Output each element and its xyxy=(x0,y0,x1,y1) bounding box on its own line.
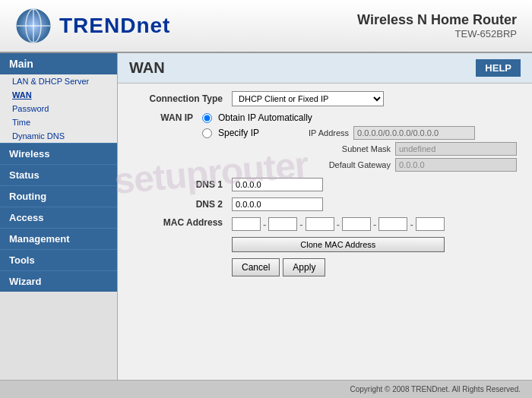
sidebar-item-wizard[interactable]: Wizard xyxy=(0,270,117,292)
mac-address-row: MAC Address - - - - - xyxy=(133,217,517,252)
mac-fields: - - - - - xyxy=(232,217,445,231)
mac-address-label: MAC Address xyxy=(133,217,232,228)
obtain-ip-radio[interactable] xyxy=(202,113,212,123)
copyright-text: Copyright © 2008 TRENDnet. All Rights Re… xyxy=(350,385,521,393)
logo-icon xyxy=(15,8,52,44)
mac-section: - - - - - Clone MAC Address xyxy=(232,217,445,252)
specify-ip-label: Specify IP xyxy=(218,128,259,138)
ip-address-field: IP Address xyxy=(280,126,475,140)
product-info: Wireless N Home Router TEW-652BRP xyxy=(357,12,517,39)
mac-sep-4: - xyxy=(373,219,376,230)
mac-part-4[interactable] xyxy=(342,217,371,231)
subnet-mask-input[interactable] xyxy=(395,142,517,156)
sidebar-item-status[interactable]: Status xyxy=(0,164,117,185)
mac-part-1[interactable] xyxy=(232,217,261,231)
product-model: TEW-652BRP xyxy=(357,28,517,39)
mac-part-2[interactable] xyxy=(268,217,297,231)
obtain-ip-label: Obtain IP Automatically xyxy=(218,112,312,123)
ip-address-label: IP Address xyxy=(280,128,349,137)
footer: Copyright © 2008 TRENDnet. All Rights Re… xyxy=(0,380,532,398)
wan-ip-section: Obtain IP Automatically Specify IP IP Ad… xyxy=(202,112,517,172)
sidebar-item-tools[interactable]: Tools xyxy=(0,249,117,270)
page-title: WAN xyxy=(129,59,165,77)
sidebar-item-routing[interactable]: Routing xyxy=(0,185,117,207)
sidebar-item-wan[interactable]: WAN xyxy=(0,88,117,102)
clone-mac-button[interactable]: Clone MAC Address xyxy=(232,237,445,252)
dns2-row: DNS 2 xyxy=(133,197,517,211)
dns1-row: DNS 1 xyxy=(133,178,517,191)
logo-area: TRENDnet xyxy=(15,8,170,44)
brand-name: TRENDnet xyxy=(59,14,170,38)
mac-sep-5: - xyxy=(410,219,413,230)
product-title: Wireless N Home Router xyxy=(357,12,517,28)
specify-ip-row: Specify IP IP Address xyxy=(202,126,517,140)
sidebar-item-password[interactable]: Password xyxy=(0,102,117,115)
dns1-label: DNS 1 xyxy=(133,179,232,190)
sidebar: Main LAN & DHCP Server WAN Password Time… xyxy=(0,53,118,380)
subnet-mask-label: Subnet Mask xyxy=(322,144,391,153)
main-layout: Main LAN & DHCP Server WAN Password Time… xyxy=(0,53,532,380)
mac-sep-1: - xyxy=(263,219,266,230)
ip-address-input[interactable] xyxy=(353,126,475,140)
action-buttons-row: Cancel Apply xyxy=(232,258,517,276)
obtain-ip-row: Obtain IP Automatically xyxy=(202,112,517,123)
specify-ip-radio[interactable] xyxy=(202,128,212,138)
sidebar-item-time[interactable]: Time xyxy=(0,115,117,129)
default-gateway-label: Default Gateway xyxy=(322,160,391,169)
connection-type-select[interactable]: DHCP Client or Fixed IP PPPoE PPTP Stati… xyxy=(232,91,384,106)
specify-ip-section: Specify IP IP Address Subnet Mask xyxy=(202,126,517,172)
content-header: WAN HELP xyxy=(118,53,532,84)
wan-ip-label: WAN IP xyxy=(133,112,202,123)
header: TRENDnet Wireless N Home Router TEW-652B… xyxy=(0,0,532,53)
connection-type-control: DHCP Client or Fixed IP PPPoE PPTP Stati… xyxy=(232,91,384,106)
sidebar-item-lan-dhcp[interactable]: LAN & DHCP Server xyxy=(0,74,117,88)
mac-sep-3: - xyxy=(337,219,340,230)
sidebar-item-wireless[interactable]: Wireless xyxy=(0,143,117,164)
dns1-input[interactable] xyxy=(232,178,323,191)
apply-button[interactable]: Apply xyxy=(283,258,325,276)
wan-ip-row: WAN IP Obtain IP Automatically Specify I… xyxy=(133,112,517,172)
content-area: WAN HELP Connection Type DHCP Client or … xyxy=(118,53,532,380)
connection-type-row: Connection Type DHCP Client or Fixed IP … xyxy=(133,91,517,106)
mac-part-6[interactable] xyxy=(416,217,445,231)
sidebar-item-access[interactable]: Access xyxy=(0,207,117,228)
mac-part-5[interactable] xyxy=(378,217,407,231)
mac-sep-2: - xyxy=(299,219,302,230)
sidebar-item-management[interactable]: Management xyxy=(0,228,117,249)
gateway-row: Default Gateway xyxy=(322,158,517,172)
cancel-button[interactable]: Cancel xyxy=(232,258,280,276)
dns2-label: DNS 2 xyxy=(133,199,232,210)
sidebar-section-main[interactable]: Main xyxy=(0,53,117,74)
help-button[interactable]: HELP xyxy=(476,59,521,77)
form-area: Connection Type DHCP Client or Fixed IP … xyxy=(118,84,532,290)
subnet-row: Subnet Mask xyxy=(322,142,517,156)
connection-type-label: Connection Type xyxy=(133,93,232,104)
sidebar-item-dynamic-dns[interactable]: Dynamic DNS xyxy=(0,129,117,143)
dns2-input[interactable] xyxy=(232,197,323,211)
default-gateway-input[interactable] xyxy=(395,158,517,172)
mac-part-3[interactable] xyxy=(306,217,334,231)
